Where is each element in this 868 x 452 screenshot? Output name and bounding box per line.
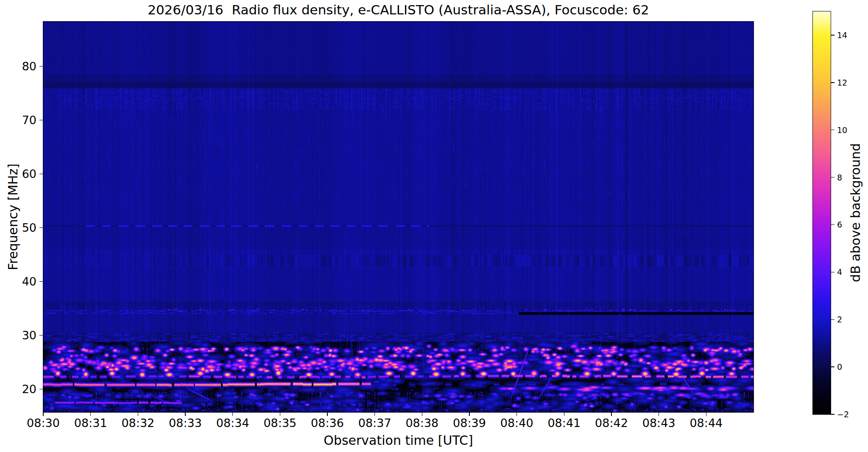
y-tick-label: 40 (0, 275, 36, 288)
figure: 2026/03/16 Radio flux density, e-CALLIST… (0, 0, 868, 452)
x-tick (422, 412, 423, 416)
y-tick-label: 70 (0, 114, 36, 127)
colorbar-tick (831, 225, 835, 225)
colorbar-tick-label: 8 (837, 173, 842, 182)
colorbar (812, 11, 831, 415)
x-tick-label: 08:36 (311, 416, 344, 430)
x-tick (327, 412, 328, 416)
colorbar-tick (831, 82, 835, 83)
x-tick (564, 412, 565, 416)
colorbar-tick-label: −2 (837, 410, 849, 419)
colorbar-tick (831, 366, 835, 367)
y-tick (39, 120, 43, 121)
y-axis-label: Frequency [MHz] (6, 164, 20, 270)
colorbar-tick-label: 2 (837, 315, 842, 324)
colorbar-label: dB above background (848, 143, 863, 282)
x-tick-label: 08:42 (595, 416, 628, 430)
x-tick (90, 412, 91, 416)
y-tick (39, 174, 43, 175)
y-tick-label: 80 (0, 60, 36, 73)
x-tick-label: 08:43 (642, 416, 675, 430)
x-tick (611, 412, 612, 416)
colorbar-tick-label: 6 (837, 220, 842, 229)
x-tick (516, 412, 517, 416)
x-tick-label: 08:44 (689, 416, 723, 430)
x-tick (43, 412, 44, 416)
colorbar-tick-label: 12 (837, 78, 847, 87)
x-tick-label: 08:37 (358, 416, 391, 430)
chart-title: 2026/03/16 Radio flux density, e-CALLIST… (43, 2, 754, 17)
y-tick (39, 227, 43, 228)
x-tick (659, 412, 659, 416)
x-axis-label: Observation time [UTC] (43, 433, 754, 448)
x-tick-label: 08:35 (263, 416, 296, 430)
colorbar-tick (831, 319, 835, 320)
colorbar-tick-label: 10 (837, 125, 847, 135)
x-tick-label: 08:38 (405, 416, 438, 430)
x-tick-label: 08:33 (169, 416, 202, 430)
x-tick-label: 08:31 (74, 416, 107, 430)
x-tick (185, 412, 186, 416)
colorbar-tick (831, 130, 835, 130)
plot-frame (43, 21, 754, 413)
colorbar-tick (831, 414, 835, 414)
y-tick-label: 30 (0, 329, 36, 342)
x-tick (232, 412, 233, 416)
colorbar-tick-label: 4 (837, 267, 842, 277)
colorbar-tick-label: 14 (837, 31, 847, 40)
colorbar-tick (831, 272, 835, 272)
y-tick (39, 389, 43, 390)
x-tick (138, 412, 139, 416)
colorbar-tick (831, 35, 835, 35)
x-tick-label: 08:30 (27, 416, 60, 430)
x-tick (469, 412, 470, 416)
y-tick-label: 20 (0, 383, 36, 396)
x-tick-label: 08:34 (216, 416, 249, 430)
x-tick (280, 412, 281, 416)
x-tick-label: 08:32 (121, 416, 154, 430)
colorbar-tick-label: 0 (837, 362, 842, 372)
x-tick-label: 08:40 (500, 416, 533, 430)
y-tick (39, 335, 43, 336)
y-tick (39, 281, 43, 282)
x-tick-label: 08:39 (453, 416, 486, 430)
colorbar-gradient-canvas (813, 11, 831, 414)
spectrogram-canvas (43, 22, 754, 412)
y-tick (39, 66, 43, 67)
x-tick-label: 08:41 (547, 416, 581, 430)
colorbar-tick (831, 177, 835, 177)
x-tick (706, 412, 707, 416)
x-tick (374, 412, 375, 416)
